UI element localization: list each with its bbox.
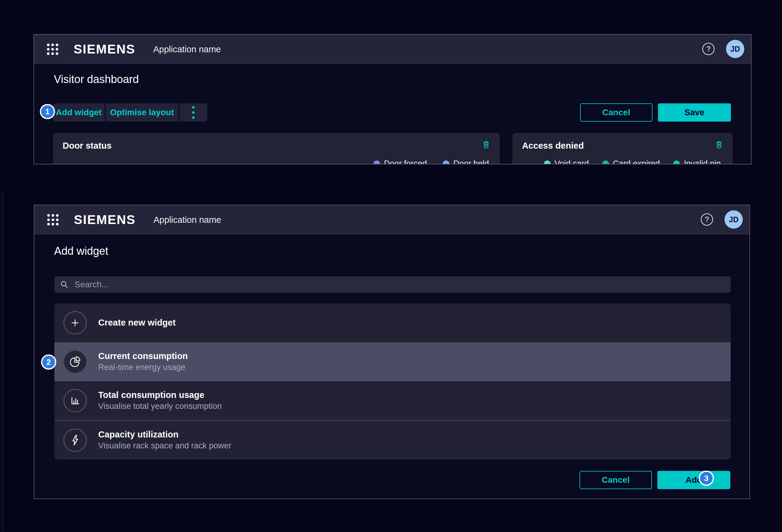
legend-label: Void card <box>555 159 589 165</box>
list-item-total-consumption-usage[interactable]: Total consumption usage Visualise total … <box>55 381 731 420</box>
page-title: Add widget <box>54 245 108 257</box>
plus-icon <box>64 311 87 334</box>
list-item-text: Total consumption usage Visualise total … <box>98 390 222 411</box>
help-icon[interactable]: ? <box>702 43 714 55</box>
list-item-current-consumption[interactable]: Current consumption Real-time energy usa… <box>55 342 731 381</box>
bar-chart-icon <box>64 389 87 412</box>
legend-label: Invalid pin <box>684 159 721 165</box>
legend-dot <box>602 161 609 165</box>
page-title: Visitor dashboard <box>54 73 139 86</box>
more-options-button[interactable] <box>179 103 207 121</box>
optimise-layout-button[interactable]: Optimise layout <box>106 103 178 121</box>
list-item-text: Current consumption Real-time energy usa… <box>98 351 188 372</box>
cancel-button[interactable]: Cancel <box>579 471 652 489</box>
dashboard-window: SIEMENS Application name ? JD Visitor da… <box>33 34 752 165</box>
list-item-title: Capacity utilization <box>98 430 232 439</box>
kebab-menu-icon <box>192 106 194 119</box>
add-button[interactable]: Add <box>657 471 730 489</box>
avatar[interactable]: JD <box>726 40 744 58</box>
add-widget-window: SIEMENS Application name ? JD Add widget… <box>34 205 750 499</box>
list-item-subtitle: Real-time energy usage <box>98 363 188 372</box>
cancel-button[interactable]: Cancel <box>580 103 652 121</box>
app-switcher-icon[interactable] <box>46 213 60 227</box>
list-item-subtitle: Visualise total yearly consumption <box>98 402 222 411</box>
help-icon[interactable]: ? <box>701 213 713 225</box>
annotation-badge-3: 3 <box>699 471 714 486</box>
list-item-text: Capacity utilization Visualise rack spac… <box>98 430 232 451</box>
app-bar: SIEMENS Application name ? JD <box>34 35 751 64</box>
widget-title: Access denied <box>522 141 584 151</box>
widget-cards: Door status Door forced Door held <box>53 133 732 165</box>
legend-label: Card expired <box>613 159 660 165</box>
legend-item: Door held <box>443 159 489 165</box>
legend-item: Void card <box>544 159 589 165</box>
list-item-subtitle: Visualise rack space and rack power <box>98 441 232 451</box>
legend-label: Door held <box>453 159 489 165</box>
search-field <box>55 276 731 293</box>
app-switcher-icon[interactable] <box>46 42 60 56</box>
delete-widget-button[interactable] <box>481 140 491 150</box>
list-item-text: Create new widget <box>98 318 176 328</box>
save-button[interactable]: Save <box>658 103 731 121</box>
widget-legend: Void card Card expired Invalid pin <box>544 159 721 165</box>
siemens-logo: SIEMENS <box>74 42 135 57</box>
widget-card-door-status: Door status Door forced Door held <box>53 133 500 165</box>
widget-card-access-denied: Access denied Void card Card expired <box>512 133 733 165</box>
widget-legend: Door forced Door held <box>374 159 489 165</box>
add-widget-button[interactable]: Add widget <box>53 103 105 121</box>
annotation-badge-1: 1 <box>40 104 55 119</box>
search-icon <box>60 280 69 289</box>
legend-dot <box>673 161 680 165</box>
app-bar: SIEMENS Application name ? JD <box>34 205 749 235</box>
legend-item: Door forced <box>374 159 427 165</box>
application-name: Application name <box>153 44 221 55</box>
list-item-title: Total consumption usage <box>98 390 222 400</box>
legend-dot <box>443 161 449 165</box>
list-item-capacity-utilization[interactable]: Capacity utilization Visualise rack spac… <box>55 420 731 460</box>
legend-dot <box>544 161 550 165</box>
list-item-title: Current consumption <box>98 351 188 361</box>
delete-widget-button[interactable] <box>714 140 724 150</box>
left-edge-panel-fragment <box>0 191 3 531</box>
legend-item: Invalid pin <box>673 159 721 165</box>
pie-chart-icon <box>64 350 87 373</box>
search-input[interactable] <box>74 279 725 290</box>
legend-item: Card expired <box>602 159 660 165</box>
legend-dot <box>374 161 380 165</box>
application-name: Application name <box>153 215 221 225</box>
widget-list: Create new widget Current consumption Re… <box>55 304 731 460</box>
legend-label: Door forced <box>384 159 427 165</box>
list-item-create-new-widget[interactable]: Create new widget <box>55 304 731 342</box>
annotation-badge-2: 2 <box>41 354 56 370</box>
siemens-logo: SIEMENS <box>74 212 136 227</box>
dashboard-toolbar: Add widget Optimise layout <box>53 103 207 121</box>
avatar[interactable]: JD <box>724 210 743 228</box>
widget-title: Door status <box>63 141 112 151</box>
lightning-icon <box>64 429 87 452</box>
list-item-title: Create new widget <box>98 318 176 328</box>
